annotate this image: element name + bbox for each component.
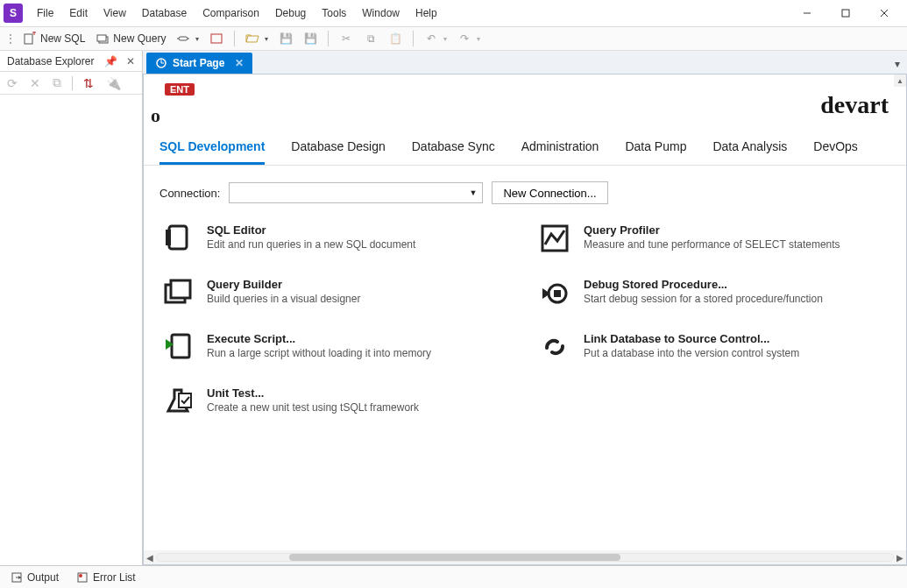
svg-rect-4 — [25, 34, 32, 44]
explorer-title: Database Explorer — [7, 55, 94, 67]
chevron-down-icon: ▾ — [443, 35, 447, 43]
toolbar-save[interactable]: 💾 — [275, 29, 296, 48]
delete-icon[interactable]: ✕ — [28, 74, 42, 92]
debug-icon — [540, 278, 570, 308]
tab-close-icon[interactable]: ✕ — [235, 57, 244, 69]
svg-rect-20 — [171, 280, 190, 298]
tile-sql-editor[interactable]: SQL Editor Edit and run queries in a new… — [163, 223, 514, 253]
toolbar-save-all[interactable]: 💾 — [300, 29, 321, 48]
tile-title: Query Profiler — [584, 223, 840, 237]
tile-execute-script[interactable]: Execute Script... Run a large script wit… — [163, 332, 514, 362]
tile-unit-test[interactable]: Unit Test... Create a new unit test usin… — [163, 386, 514, 416]
new-connection-button[interactable]: New Connection... — [492, 181, 607, 204]
menu-debug[interactable]: Debug — [268, 4, 313, 23]
tile-debug-sp[interactable]: Debug Stored Procedure... Start debug se… — [540, 278, 890, 308]
tile-desc: Measure and tune performance of SELECT s… — [584, 238, 840, 251]
menu-help[interactable]: Help — [408, 4, 444, 23]
stab-devops[interactable]: DevOps — [813, 139, 858, 165]
bottom-panel-tabs: Output Error List — [0, 565, 907, 588]
svg-rect-30 — [78, 573, 87, 582]
toolbar-redo[interactable]: ↷▾ — [454, 29, 484, 48]
output-panel-tab[interactable]: Output — [11, 571, 59, 584]
scroll-up-icon[interactable]: ▲ — [894, 74, 906, 87]
connection-select[interactable]: ▼ — [229, 182, 483, 203]
toolbar-undo[interactable]: ↶▾ — [421, 29, 450, 48]
svg-rect-17 — [166, 230, 171, 245]
new-sql-label: New SQL — [40, 32, 85, 45]
tile-query-builder[interactable]: Query Builder Build queries in a visual … — [163, 278, 514, 308]
vertical-scrollbar[interactable]: ▲ — [894, 74, 906, 550]
tile-title: Query Builder — [207, 278, 360, 291]
horizontal-scrollbar[interactable]: ◀ ▶ — [144, 550, 906, 564]
toolbar-grip: ⋮ — [5, 32, 16, 45]
save-all-icon: 💾 — [303, 32, 317, 46]
tile-link-source-control[interactable]: Link Database to Source Control... Put a… — [540, 332, 890, 362]
explorer-header: Database Explorer 📌 ✕ — [0, 51, 142, 72]
stab-sql-development[interactable]: SQL Development — [159, 139, 265, 165]
window-maximize[interactable] — [826, 1, 865, 25]
scroll-left-icon[interactable]: ◀ — [144, 553, 156, 563]
toolbar-paste[interactable]: 📋 — [385, 29, 406, 48]
folder-open-icon — [245, 32, 259, 46]
stab-data-analysis[interactable]: Data Analysis — [712, 139, 787, 165]
menu-database[interactable]: Database — [135, 4, 194, 23]
window-close[interactable] — [865, 1, 903, 25]
tab-start-page[interactable]: Start Page ✕ — [146, 53, 252, 74]
chevron-down-icon: ▾ — [195, 35, 199, 43]
chevron-down-icon: ▾ — [265, 35, 268, 43]
start-page: ENT o devart SQL Development Database De… — [143, 74, 907, 565]
toolbar-separator — [328, 31, 329, 46]
menu-edit[interactable]: Edit — [62, 4, 95, 23]
chevron-down-icon: ▾ — [477, 35, 480, 43]
window-minimize[interactable] — [788, 1, 826, 25]
scroll-thumb[interactable] — [289, 554, 620, 561]
scroll-track[interactable] — [156, 553, 894, 562]
toolbar-separator — [72, 76, 73, 90]
toolbar-open-splitbtn[interactable]: ▾ — [242, 29, 272, 48]
new-sql-button[interactable]: New SQL — [19, 29, 89, 48]
new-query-button[interactable]: New Query — [92, 29, 169, 48]
stab-database-sync[interactable]: Database Sync — [412, 139, 495, 165]
tile-title: Link Database to Source Control... — [584, 332, 799, 345]
toolbar-copy[interactable]: ⧉ — [360, 29, 381, 48]
svg-point-31 — [79, 574, 82, 577]
document-tabstrip: Start Page ✕ ▾ — [143, 51, 907, 74]
paste-icon: 📋 — [388, 32, 402, 46]
tile-title: Debug Stored Procedure... — [584, 278, 823, 291]
connect-icon[interactable]: 🔌 — [104, 74, 123, 92]
brand-glyph: o — [151, 104, 195, 127]
menu-tools[interactable]: Tools — [315, 4, 353, 23]
toolbar-separator — [413, 31, 414, 46]
menu-view[interactable]: View — [96, 4, 133, 23]
copy-icon[interactable]: ⧉ — [51, 74, 63, 92]
stab-administration[interactable]: Administration — [521, 139, 599, 165]
stab-database-design[interactable]: Database Design — [291, 139, 385, 165]
toolbar-cut[interactable]: ✂ — [336, 29, 357, 48]
menu-comparison[interactable]: Comparison — [195, 4, 266, 23]
chevron-down-icon: ▼ — [469, 188, 477, 197]
app-icon: S — [4, 4, 23, 23]
refresh-icon[interactable]: ⟳ — [5, 74, 19, 92]
tile-desc: Start debug session for a stored procedu… — [584, 293, 823, 305]
connection-label: Connection: — [159, 187, 220, 200]
window-controls — [788, 1, 903, 25]
pin-icon[interactable]: 📌 — [104, 55, 117, 67]
new-connection-icon[interactable]: ⇅ — [81, 74, 96, 92]
error-list-panel-tab[interactable]: Error List — [76, 571, 136, 584]
tile-query-profiler[interactable]: Query Profiler Measure and tune performa… — [540, 223, 890, 253]
menu-file[interactable]: File — [30, 4, 60, 23]
toolbar-open-object[interactable] — [206, 29, 227, 48]
devart-logo: devart — [820, 91, 889, 119]
new-connection-splitbtn[interactable]: ▾ — [173, 29, 202, 48]
menu-window[interactable]: Window — [355, 4, 407, 23]
scroll-right-icon[interactable]: ▶ — [894, 553, 906, 563]
svg-rect-1 — [842, 10, 849, 17]
stab-data-pump[interactable]: Data Pump — [625, 139, 686, 165]
tile-desc: Create a new unit test using tSQLt frame… — [207, 401, 419, 414]
tile-desc: Put a database into the version control … — [584, 347, 799, 359]
close-icon[interactable]: ✕ — [126, 55, 135, 67]
tab-overflow-dropdown[interactable]: ▾ — [888, 54, 907, 74]
svg-rect-26 — [179, 393, 191, 407]
tile-title: Unit Test... — [207, 386, 419, 400]
explorer-body[interactable] — [0, 95, 142, 565]
